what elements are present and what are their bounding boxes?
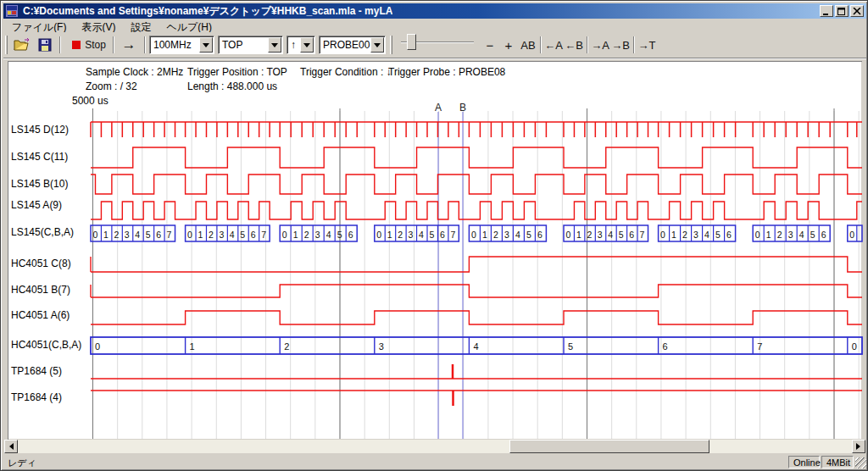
svg-text:7: 7 [450,230,455,240]
arrow-left-icon [6,443,14,450]
svg-text:5: 5 [240,230,245,240]
svg-text:4: 4 [326,230,331,240]
scroll-left-button[interactable] [4,440,18,453]
app-window: C:¥Documents and Settings¥noname¥デスクトップ¥… [0,0,868,471]
svg-text:6: 6 [663,341,668,352]
status-memory-badge: 4MBit [821,456,854,468]
status-online-badge: Online [788,456,820,468]
svg-text:4: 4 [419,230,424,240]
status-ready-text: レディ [8,457,36,469]
svg-text:5: 5 [619,230,624,240]
svg-text:0: 0 [376,230,381,240]
scroll-right-button[interactable] [852,440,865,453]
svg-text:0: 0 [471,230,476,240]
svg-text:0: 0 [755,230,760,240]
svg-text:5: 5 [146,230,151,240]
svg-text:3: 3 [379,341,384,352]
svg-text:0: 0 [282,230,287,240]
svg-text:6: 6 [726,230,732,240]
svg-text:1: 1 [190,341,195,352]
svg-text:3: 3 [788,230,793,240]
svg-text:4: 4 [135,230,140,240]
resize-grip[interactable] [855,457,866,468]
svg-text:3: 3 [504,230,509,240]
svg-text:4: 4 [799,230,804,240]
svg-text:6: 6 [251,230,256,240]
status-bar: レディ Online 4MBit [3,455,866,469]
svg-text:2: 2 [682,230,687,240]
svg-text:6: 6 [629,230,634,240]
svg-text:4: 4 [515,230,520,240]
svg-text:0: 0 [566,230,571,240]
svg-text:3: 3 [315,230,320,240]
svg-text:6: 6 [348,230,353,240]
svg-text:6: 6 [440,230,445,240]
svg-text:2: 2 [398,230,403,240]
svg-text:5: 5 [526,230,531,240]
svg-text:5: 5 [810,230,815,240]
svg-text:1: 1 [198,230,203,240]
svg-text:1: 1 [387,230,392,240]
svg-text:7: 7 [261,230,266,240]
arrow-right-icon [856,443,864,450]
svg-text:3: 3 [219,230,224,240]
horizontal-scrollbar[interactable] [4,440,865,453]
svg-text:2: 2 [114,230,119,240]
svg-text:2: 2 [587,230,592,240]
svg-text:3: 3 [693,230,698,240]
svg-text:0: 0 [95,341,100,352]
svg-text:0: 0 [187,230,192,240]
svg-text:0: 0 [852,341,857,352]
svg-text:3: 3 [125,230,130,240]
svg-text:4: 4 [704,230,709,240]
svg-text:5: 5 [568,341,573,352]
svg-text:1: 1 [482,230,487,240]
svg-text:6: 6 [156,230,161,240]
scrollbar-thumb[interactable] [509,440,709,453]
svg-text:6: 6 [537,230,542,240]
svg-text:2: 2 [209,230,214,240]
svg-text:4: 4 [230,230,235,240]
waveform-canvas[interactable]: 0123456701234567012345601234567012345601… [1,1,868,471]
svg-text:7: 7 [757,341,762,352]
svg-text:3: 3 [409,230,414,240]
svg-text:7: 7 [167,230,172,240]
svg-text:4: 4 [608,230,613,240]
svg-text:1: 1 [766,230,771,240]
svg-text:1: 1 [576,230,581,240]
svg-text:2: 2 [493,230,498,240]
svg-text:2: 2 [304,230,309,240]
svg-text:2: 2 [284,341,289,352]
svg-text:5: 5 [715,230,721,240]
svg-text:1: 1 [671,230,676,240]
svg-text:5: 5 [430,230,435,240]
svg-text:2: 2 [777,230,782,240]
svg-text:1: 1 [103,230,108,240]
svg-text:7: 7 [640,230,645,240]
svg-text:0: 0 [93,230,98,240]
svg-text:0: 0 [849,230,854,240]
svg-text:4: 4 [473,341,478,352]
svg-text:0: 0 [660,230,665,240]
svg-text:1: 1 [293,230,298,240]
svg-text:5: 5 [337,230,342,240]
svg-text:3: 3 [598,230,603,240]
svg-text:6: 6 [821,230,826,240]
